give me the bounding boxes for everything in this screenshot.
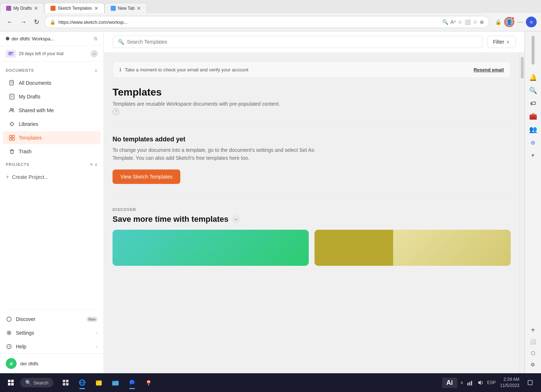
edge-button[interactable] <box>124 375 140 391</box>
projects-collapse-icon[interactable]: ∨ <box>94 162 98 167</box>
filter-button[interactable]: Filter ∨ <box>487 36 516 48</box>
forward-button[interactable]: → <box>18 17 29 27</box>
card-beige-right <box>393 230 511 266</box>
user-profile[interactable]: d der dfdfs <box>0 353 104 373</box>
template-card-2[interactable] <box>315 230 511 266</box>
help-tooltip-icon[interactable]: ? <box>113 109 119 115</box>
documents-collapse-icon[interactable]: ∨ <box>94 67 98 73</box>
discover-section-label: DISCOVER <box>113 207 511 212</box>
tab-bar: My Drafts ✕ Sketch Templates ✕ New Tab ✕ <box>0 0 541 13</box>
svg-rect-17 <box>66 380 69 382</box>
tab-1-close[interactable]: ✕ <box>34 5 38 11</box>
my-drafts-icon <box>9 93 15 100</box>
collections-icon[interactable]: ☆ <box>473 19 478 25</box>
ai-button[interactable]: Ai <box>442 378 457 388</box>
hide-tray-icon[interactable]: ∧ <box>460 380 463 385</box>
page-scrollbar-thumb[interactable] <box>532 36 535 65</box>
scroll-thumb[interactable] <box>521 57 524 79</box>
search-lens-icon[interactable]: 🔍 <box>442 19 448 25</box>
taskbar-app-icons <box>58 375 157 391</box>
refresh-button[interactable]: ↻ <box>32 17 41 27</box>
aa-icon[interactable]: Aᵃ <box>450 19 456 25</box>
split-view-icon[interactable]: ⬜ <box>465 19 471 25</box>
shared-with-me-label: Shared with Me <box>19 107 54 113</box>
tab-2-close[interactable]: ✕ <box>94 5 98 11</box>
split-view-btn[interactable]: ⬜ <box>527 336 539 347</box>
taskbar-search[interactable]: 🔍 Search <box>20 378 53 387</box>
libraries-label: Libraries <box>19 121 38 127</box>
keyboard-layout-label[interactable]: ESP <box>487 380 496 385</box>
view-sketch-templates-button[interactable]: View Sketch Templates <box>113 169 180 184</box>
browser-extensions-icon[interactable]: 🔒 <box>495 19 501 25</box>
svg-rect-2 <box>9 54 12 54</box>
back-button[interactable]: ← <box>4 17 15 27</box>
sidebar-item-trash[interactable]: Trash <box>3 145 101 158</box>
sidebar-item-libraries[interactable]: Libraries <box>3 118 101 131</box>
search-box[interactable]: 🔍 <box>113 36 483 48</box>
tab-3[interactable]: New Tab ✕ <box>105 3 147 13</box>
svg-rect-4 <box>10 94 14 99</box>
address-bar[interactable]: 🔒 https://www.sketch.com/worksp... 🔍 Aᵃ … <box>44 16 489 28</box>
network-icon[interactable] <box>467 379 474 386</box>
scroll-area[interactable] <box>519 53 524 373</box>
tab-2[interactable]: Sketch Templates ✕ <box>44 3 105 13</box>
workspace-name: der dfdfs' Workspa... <box>12 36 54 41</box>
sidebar-item-my-drafts[interactable]: My Drafts <box>3 90 101 103</box>
users-extension-icon[interactable]: 👥 <box>527 124 539 135</box>
extensions-icon[interactable]: ⊕ <box>480 19 484 25</box>
search-extension-icon[interactable]: 🔍 <box>527 85 539 96</box>
scroll-down-icon[interactable]: ▼ <box>527 150 539 161</box>
search-filter-row: 🔍 Filter ∨ <box>113 36 516 48</box>
sidebar-help[interactable]: ? Help › <box>0 340 104 353</box>
trial-banner: 29 days left of your trial → <box>0 46 104 62</box>
profile-button[interactable]: 👤 <box>504 17 514 27</box>
folder-button[interactable] <box>107 375 123 391</box>
sidebar-divider <box>6 309 98 309</box>
taskview-button[interactable] <box>58 375 74 391</box>
volume-icon[interactable] <box>477 379 484 386</box>
content-header: 🔍 Filter ∨ <box>104 31 524 53</box>
sidebar-settings[interactable]: Settings › <box>0 326 104 340</box>
templates-label: Templates <box>19 135 42 141</box>
sidebar-item-templates[interactable]: Templates <box>3 131 101 144</box>
paint-button[interactable] <box>141 375 157 391</box>
datetime-display[interactable]: 2:29 AM 11/5/2023 <box>500 376 519 389</box>
edge-icon[interactable]: ⟡ <box>526 17 537 27</box>
sidebar-item-all-documents[interactable]: All Documents <box>3 76 101 89</box>
app-area: der dfdfs' Workspa... ⇅ 29 days left of … <box>0 31 541 373</box>
svg-point-13 <box>8 332 10 334</box>
browser-settings-icon[interactable]: ⚙ <box>527 359 539 370</box>
tab-3-close[interactable]: ✕ <box>137 5 141 11</box>
projects-add-icon[interactable]: + <box>90 161 93 168</box>
notifications-extension-icon[interactable]: 🔔 <box>527 72 539 83</box>
trial-cta-button[interactable]: → <box>91 50 98 57</box>
windows-icon <box>8 380 14 386</box>
tab-1[interactable]: My Drafts ✕ <box>0 3 44 13</box>
template-card-1[interactable] <box>113 230 309 266</box>
search-input[interactable] <box>127 39 477 45</box>
date-display: 11/5/2023 <box>500 383 519 389</box>
files-button[interactable] <box>91 375 107 391</box>
svg-rect-33 <box>528 380 532 385</box>
globe-extension-icon[interactable]: ⊕ <box>527 137 539 148</box>
sidebar-discover[interactable]: Discover New <box>0 312 104 326</box>
star-icon[interactable]: ☆ <box>458 19 462 25</box>
discover-arrow-icon[interactable]: → <box>232 215 240 224</box>
tag-extension-icon[interactable]: 🏷 <box>527 98 539 109</box>
external-link-icon[interactable]: ⬡ <box>527 347 539 359</box>
create-project-item[interactable]: + Create Project... <box>0 171 104 184</box>
workspace-header[interactable]: der dfdfs' Workspa... ⇅ <box>0 31 104 46</box>
trial-icon <box>6 50 16 58</box>
show-desktop-button[interactable] <box>524 375 537 391</box>
tools-extension-icon[interactable]: 🧰 <box>527 111 539 122</box>
time-display: 2:29 AM <box>500 376 519 383</box>
projects-label: PROJECTS <box>6 162 88 167</box>
trash-icon <box>9 148 15 155</box>
more-menu-icon[interactable]: ⋯ <box>517 19 523 26</box>
resend-email-link[interactable]: Resend email <box>474 67 504 72</box>
start-button[interactable] <box>4 376 17 389</box>
add-icon[interactable]: + <box>527 324 539 336</box>
sidebar-item-shared-with-me[interactable]: Shared with Me <box>3 104 101 117</box>
ie-button[interactable] <box>74 375 90 391</box>
svg-point-5 <box>10 109 12 110</box>
